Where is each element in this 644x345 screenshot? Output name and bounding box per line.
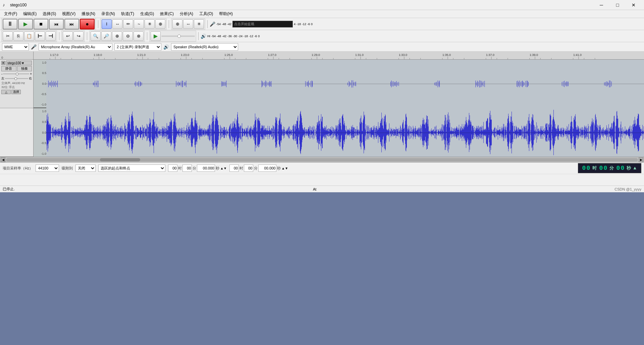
track1-volume-slider[interactable]: [3, 73, 29, 74]
channels-select[interactable]: 2 (立体声) 录制声道: [114, 43, 161, 51]
menu-record[interactable]: 录音(N): [99, 10, 118, 17]
selection-type-select[interactable]: 选区的起点和终点: [98, 164, 165, 172]
toolbar-sep-1: [98, 20, 98, 28]
track1-pan-slider[interactable]: [5, 78, 28, 79]
input-meter-group: 🎤 -54 -48 -42 点击开始监视 4 -18 -12 -6 0: [210, 21, 313, 27]
input-db-label4: 4: [294, 22, 296, 26]
start-time-s[interactable]: [197, 164, 215, 172]
menu-view[interactable]: 视图(V): [59, 10, 78, 17]
speed-slider[interactable]: [161, 36, 195, 37]
toolbar-sep-4: [59, 32, 59, 40]
pause-button[interactable]: ⏸: [3, 19, 17, 29]
menu-analyze[interactable]: 分析(A): [177, 10, 196, 17]
waveforms: 1.0 0.5 0.0 -0.5 -1.0 1.0 0.5 0.0 -0.5 -…: [34, 60, 644, 157]
menu-tools[interactable]: 工具(O): [197, 10, 216, 17]
speaker-output-icon: 🔊: [163, 44, 169, 50]
input-meter-bar[interactable]: 点击开始监视: [232, 21, 293, 27]
speaker-device-select[interactable]: Speaker (Realtek(R) Audio): [171, 43, 238, 51]
pencil-tool-button[interactable]: ✏: [123, 19, 133, 29]
prev-button[interactable]: ⏮: [49, 19, 64, 29]
output-meter-group: 🔊 HI -54 -48 -42 -36 -30 -24 -18 -12 -6 …: [201, 33, 260, 39]
end-time-s[interactable]: [258, 164, 276, 172]
zoom-sel-btn[interactable]: ✳: [194, 19, 204, 29]
sample-rate-label: 项目采样率（Hz）: [3, 166, 33, 171]
audio-interface-select[interactable]: MME: [2, 43, 29, 51]
end-time-m[interactable]: [244, 164, 253, 172]
zoom-tool-button[interactable]: ⊕: [155, 19, 165, 29]
h-scrollbar-track[interactable]: [6, 158, 638, 161]
out-db-2: -48: [217, 34, 221, 38]
menu-playback[interactable]: 播放(N): [79, 10, 98, 17]
record-button[interactable]: ●: [80, 19, 95, 29]
menu-file[interactable]: 文件(F): [1, 10, 20, 17]
start-time-h[interactable]: [168, 164, 177, 172]
start-time-m[interactable]: [182, 164, 192, 172]
timeline-ruler[interactable]: 0: [0, 52, 644, 60]
status-text: 已停止.: [3, 187, 15, 192]
silence-button[interactable]: ⊣: [46, 31, 56, 41]
zoom-in-button[interactable]: 🔍: [91, 31, 101, 41]
h-scrollbar-thumb[interactable]: [100, 158, 140, 161]
zoom-fit-button[interactable]: ⊖: [123, 31, 133, 41]
out-db-10: 0: [258, 34, 260, 38]
paste-button[interactable]: 📋: [24, 31, 34, 41]
out-db-8: -12: [249, 34, 253, 38]
track1-select-btn[interactable]: 选择: [11, 90, 21, 94]
menu-tracks[interactable]: 轨道(T): [118, 10, 137, 17]
sample-rate-select[interactable]: 44100: [36, 164, 59, 172]
start-time-spinner[interactable]: ▲▼: [220, 166, 227, 170]
menu-edit[interactable]: 编辑(E): [20, 10, 39, 17]
multi-tool-button[interactable]: ✳: [145, 19, 155, 29]
close-button[interactable]: ✕: [626, 0, 641, 10]
wave1-canvas: [46, 60, 644, 108]
menu-select[interactable]: 选择(S): [40, 10, 59, 17]
mic-device-select[interactable]: Microphone Array (Realtek(R) Au: [39, 43, 112, 51]
minimize-button[interactable]: ─: [594, 0, 609, 10]
zoom-fit-btn[interactable]: ↔: [183, 19, 193, 29]
titlebar: ♪ stego100 ─ □ ✕: [0, 0, 644, 10]
at-label: At: [313, 187, 316, 191]
menu-generate[interactable]: 生成(G): [138, 10, 157, 17]
copy-button[interactable]: ⎘: [13, 31, 23, 41]
track1-solo-btn[interactable]: 独奏: [17, 66, 32, 71]
stop-button[interactable]: ■: [34, 19, 48, 29]
zoom-in-btn[interactable]: ⊕: [172, 19, 182, 29]
end-m-unit: 分: [254, 166, 258, 171]
track1-dropdown-arrow: ▼: [21, 61, 24, 65]
input-db-label3: -42: [227, 22, 231, 26]
pb-spinner[interactable]: ▲: [634, 165, 637, 171]
cursor-tool-button[interactable]: I: [102, 19, 112, 29]
track1-collapse-btn[interactable]: △: [1, 90, 11, 94]
play-button[interactable]: ▶: [18, 19, 33, 29]
next-button[interactable]: ⏭: [64, 19, 79, 29]
zoom-norm-button[interactable]: ⊕: [112, 31, 122, 41]
out-db-6: -24: [238, 34, 243, 38]
attach-select[interactable]: 关闭: [75, 164, 96, 172]
menu-help[interactable]: 帮助(H): [216, 10, 235, 17]
select-tool-button[interactable]: ↔: [112, 19, 122, 29]
zoom-out-button[interactable]: 🔎: [101, 31, 111, 41]
track1-dropdown[interactable]: stego100 ▼: [6, 61, 32, 65]
cut-button[interactable]: ✂: [3, 31, 13, 41]
undo-button[interactable]: ↩: [63, 31, 73, 41]
scroll-right-btn[interactable]: ▶: [639, 157, 643, 162]
end-time-h[interactable]: [229, 164, 239, 172]
zoom-sel-button2[interactable]: ⊗: [133, 31, 144, 41]
play-green-button[interactable]: ▶: [151, 31, 161, 41]
track1-close-btn[interactable]: ✕: [1, 61, 5, 65]
speed-slider-thumb: [177, 34, 181, 38]
maximize-button[interactable]: □: [610, 0, 625, 10]
menu-effects[interactable]: 效果(C): [157, 10, 176, 17]
wave2-y-0.0: 0.0: [34, 131, 46, 134]
envelope-tool-button[interactable]: ~: [134, 19, 144, 29]
end-time-spinner[interactable]: ▲▼: [281, 166, 288, 170]
scroll-left-btn[interactable]: ◀: [1, 157, 5, 162]
wave-track-lower[interactable]: 1.0 0.5 0.0 -0.5 -1.0: [34, 108, 644, 157]
redo-button[interactable]: ↪: [73, 31, 84, 41]
trim-button[interactable]: ⊢: [35, 31, 45, 41]
speaker-icon: 🔊: [201, 33, 206, 39]
wave-track-upper[interactable]: 1.0 0.5 0.0 -0.5 -1.0: [34, 60, 644, 108]
wave2-y--0.5: -0.5: [34, 141, 46, 145]
main-area: 0 ✕ stego100 ▼ 静音 独奏: [0, 52, 644, 162]
track1-mute-btn[interactable]: 静音: [1, 66, 16, 71]
